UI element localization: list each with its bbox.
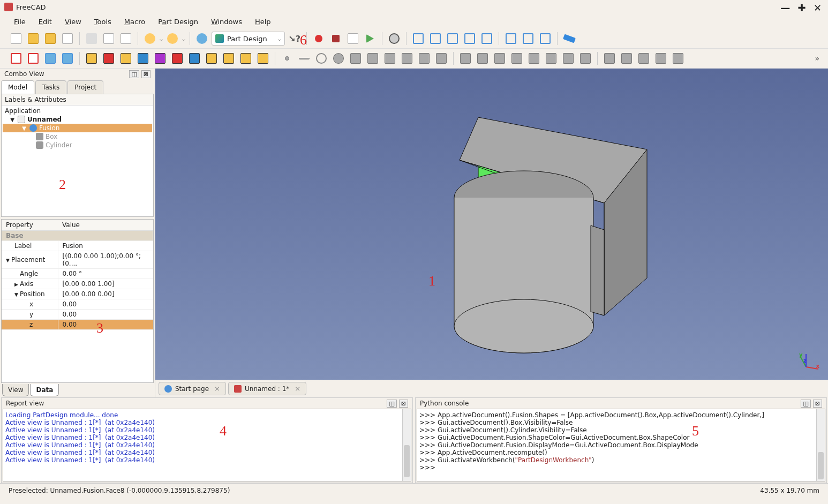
tree-box[interactable]: Box: [3, 132, 152, 141]
prim7-button[interactable]: [187, 51, 202, 66]
workbench-selector[interactable]: Part Design ⌵: [212, 32, 285, 46]
con13-button[interactable]: [671, 51, 686, 66]
prim6-button[interactable]: [170, 51, 185, 66]
tree-root[interactable]: Application: [3, 107, 152, 115]
view3d[interactable]: xyz: [155, 69, 828, 380]
sk-circle-button[interactable]: [331, 51, 346, 66]
dock-icon[interactable]: ◫: [801, 400, 810, 408]
doc-tab-startpage[interactable]: Start page ×: [159, 382, 226, 395]
menu-tools[interactable]: Tools: [89, 16, 117, 28]
edit-sketch-button[interactable]: [26, 51, 41, 66]
view-left-button[interactable]: [521, 31, 536, 46]
dock-icon[interactable]: ◫: [129, 70, 139, 78]
model-tree[interactable]: Labels & Attributes Application ▼Unnamed…: [1, 94, 154, 217]
view-iso-button[interactable]: [411, 31, 426, 46]
prim10-button[interactable]: [238, 51, 253, 66]
sk-trim-button[interactable]: [400, 51, 415, 66]
scrollbar[interactable]: [816, 409, 825, 481]
measure-button[interactable]: [562, 31, 577, 46]
con1-button[interactable]: [458, 51, 473, 66]
toolbar-overflow-icon[interactable]: »: [815, 54, 819, 63]
dock-icon[interactable]: ◫: [387, 400, 396, 408]
con11-button[interactable]: [636, 51, 651, 66]
menu-windows[interactable]: Windows: [206, 16, 247, 28]
tab-project[interactable]: Project: [67, 80, 103, 94]
sk-rect-button[interactable]: [348, 51, 363, 66]
tab-tasks[interactable]: Tasks: [35, 80, 66, 94]
saveas-button[interactable]: [60, 31, 75, 46]
whatsthis-button[interactable]: ↘?: [287, 31, 302, 46]
copy-button[interactable]: [101, 31, 116, 46]
refresh-button[interactable]: [194, 31, 209, 46]
con4-button[interactable]: [509, 51, 524, 66]
prim8-button[interactable]: [204, 51, 219, 66]
pad-button[interactable]: [43, 51, 58, 66]
macro-edit-button[interactable]: [345, 31, 360, 46]
prim9-button[interactable]: [221, 51, 236, 66]
macro-record-button[interactable]: [311, 31, 326, 46]
menu-edit[interactable]: Edit: [33, 16, 57, 28]
tab-data[interactable]: Data: [30, 384, 59, 396]
prim5-button[interactable]: [153, 51, 168, 66]
prop-row-selected[interactable]: z0.00: [2, 320, 153, 330]
new-button[interactable]: [9, 31, 24, 46]
prim1-button[interactable]: [84, 51, 99, 66]
close-icon[interactable]: ⊠: [399, 400, 408, 408]
tree-cylinder[interactable]: Cylinder: [3, 141, 152, 149]
view-rear-button[interactable]: [479, 31, 494, 46]
sketch-button[interactable]: [9, 51, 24, 66]
cut-button[interactable]: [84, 31, 99, 46]
prop-row[interactable]: LabelFusion: [2, 241, 153, 251]
window-controls[interactable]: — ✚ ✕: [780, 2, 824, 13]
prim3-button[interactable]: [118, 51, 133, 66]
tab-model[interactable]: Model: [1, 80, 34, 94]
prim11-button[interactable]: [255, 51, 270, 66]
con10-button[interactable]: [619, 51, 634, 66]
con7-button[interactable]: [561, 51, 576, 66]
doc-tab-unnamed[interactable]: Unnamed : 1* ×: [228, 382, 306, 395]
prop-row[interactable]: y0.00: [2, 310, 153, 320]
prop-row[interactable]: ▶Axis[0.00 0.00 1.00]: [2, 279, 153, 289]
view-axo-button[interactable]: [538, 31, 553, 46]
con6-button[interactable]: [544, 51, 559, 66]
macro-play-button[interactable]: [363, 31, 378, 46]
close-icon[interactable]: ⊠: [141, 70, 150, 78]
con3-button[interactable]: [492, 51, 507, 66]
sk-poly-button[interactable]: [365, 51, 380, 66]
paste-button[interactable]: [118, 31, 133, 46]
macro-stop-button[interactable]: [328, 31, 343, 46]
menu-macro[interactable]: Macro: [119, 16, 150, 28]
fit-all-button[interactable]: [387, 31, 402, 46]
scrollbar[interactable]: [402, 409, 411, 481]
menu-partdesign[interactable]: Part Design: [153, 16, 204, 28]
con2-button[interactable]: [475, 51, 490, 66]
con8-button[interactable]: [578, 51, 593, 66]
tab-view[interactable]: View: [2, 384, 29, 396]
prim4-button[interactable]: [136, 51, 150, 66]
tree-fusion[interactable]: ▼Fusion: [3, 124, 152, 132]
prim2-button[interactable]: [101, 51, 116, 66]
con12-button[interactable]: [653, 51, 668, 66]
close-icon[interactable]: ⊠: [813, 400, 822, 408]
save-button[interactable]: [43, 31, 58, 46]
view-top-button[interactable]: [445, 31, 460, 46]
view-bottom-button[interactable]: [503, 31, 518, 46]
tree-doc[interactable]: ▼Unnamed: [3, 115, 152, 124]
con5-button[interactable]: [526, 51, 541, 66]
menu-file[interactable]: File: [9, 16, 31, 28]
prop-row[interactable]: ▼Position[0.00 0.00 0.00]: [2, 289, 153, 299]
view-front-button[interactable]: [428, 31, 443, 46]
menu-help[interactable]: Help: [250, 16, 276, 28]
con9-button[interactable]: [602, 51, 617, 66]
prop-row[interactable]: Angle0.00 °: [2, 269, 153, 279]
sk-fillet-button[interactable]: [382, 51, 397, 66]
sk-arc-button[interactable]: [314, 51, 329, 66]
close-icon[interactable]: ×: [214, 385, 220, 393]
view-right-button[interactable]: [462, 31, 477, 46]
menu-view[interactable]: View: [59, 16, 87, 28]
undo-button[interactable]: [142, 31, 157, 46]
sk-ext-button[interactable]: [417, 51, 432, 66]
sk-point-button[interactable]: [280, 51, 295, 66]
close-icon[interactable]: ×: [295, 385, 300, 393]
python-console-body[interactable]: >>> App.activeDocument().Fusion.Shapes =…: [417, 409, 825, 482]
